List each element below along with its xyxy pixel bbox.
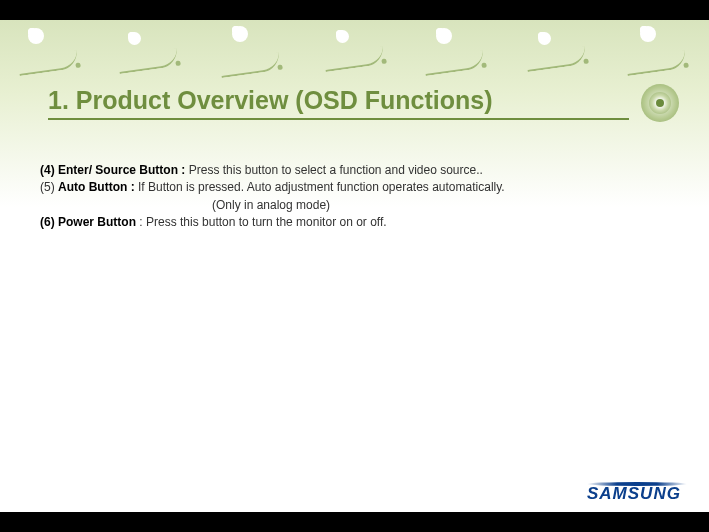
item-number: (5) xyxy=(40,180,55,194)
swoosh-icon xyxy=(219,52,281,78)
gear-icon xyxy=(641,84,679,122)
slide-page: 1. Product Overview (OSD Functions) (4) … xyxy=(0,20,709,512)
flower-icon xyxy=(28,28,44,44)
brand-logo: SAMSUNG xyxy=(587,482,687,504)
flower-icon xyxy=(232,26,248,42)
item-note: (Only in analog mode) xyxy=(40,197,669,214)
decorative-header xyxy=(0,20,709,82)
swoosh-icon xyxy=(323,46,385,72)
item-name: Power Button xyxy=(58,215,136,229)
title-row: 1. Product Overview (OSD Functions) xyxy=(0,82,709,122)
swoosh-icon xyxy=(525,46,587,72)
item-number: (4) xyxy=(40,163,55,177)
item-desc: Press this button to turn the monitor on… xyxy=(146,215,387,229)
swoosh-icon xyxy=(423,50,485,76)
item-name: Enter/ Source Button xyxy=(58,163,178,177)
item-desc: If Button is pressed. Auto adjustment fu… xyxy=(138,180,505,194)
page-title: 1. Product Overview (OSD Functions) xyxy=(48,86,629,120)
item-number: (6) xyxy=(40,215,55,229)
item-sep: : xyxy=(178,163,189,177)
content-body: (4) Enter/ Source Button : Press this bu… xyxy=(0,122,709,232)
osd-item: (5) Auto Button : If Button is pressed. … xyxy=(40,179,669,196)
flower-icon xyxy=(128,32,141,45)
flower-icon xyxy=(640,26,656,42)
brand-name: SAMSUNG xyxy=(587,484,681,503)
item-name: Auto Button xyxy=(58,180,127,194)
osd-item: (4) Enter/ Source Button : Press this bu… xyxy=(40,162,669,179)
osd-item: (6) Power Button : Press this button to … xyxy=(40,214,669,231)
item-desc: Press this button to select a function a… xyxy=(189,163,483,177)
swoosh-icon xyxy=(625,50,687,76)
flower-icon xyxy=(336,30,349,43)
swoosh-icon xyxy=(117,48,179,74)
item-sep: : xyxy=(127,180,138,194)
swoosh-icon xyxy=(17,50,79,76)
flower-icon xyxy=(538,32,551,45)
item-sep: : xyxy=(136,215,146,229)
flower-icon xyxy=(436,28,452,44)
